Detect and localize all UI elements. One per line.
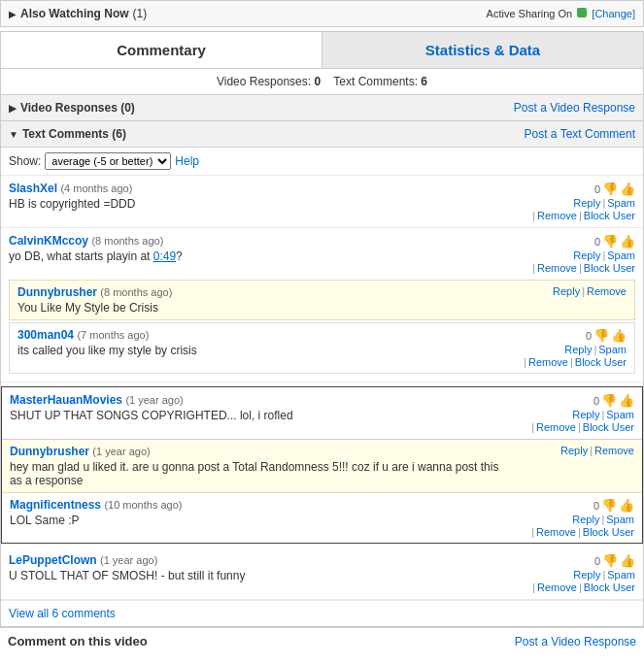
time-lepuppetclown: (1 year ago) bbox=[100, 554, 157, 566]
show-filter-bar: Show: average (-5 or better) all comment… bbox=[1, 148, 643, 176]
comment-calvinkm: CalvinKMccoy (8 months ago) yo DB, what … bbox=[1, 228, 643, 382]
tab-commentary[interactable]: Commentary bbox=[1, 32, 322, 68]
timestamp-link[interactable]: 0:49 bbox=[153, 249, 176, 263]
text-lepuppetclown: U STOLL THAT OF SMOSH! - but still it fu… bbox=[9, 569, 509, 582]
also-watching-count: (1) bbox=[133, 7, 148, 20]
video-responses-header: ▶ Video Responses (0) Post a Video Respo… bbox=[1, 95, 643, 121]
block-masterhauan[interactable]: Block User bbox=[583, 421, 634, 433]
help-link[interactable]: Help bbox=[175, 154, 199, 168]
nested-magnificentness: Magnificentness (10 months ago) LOL Same… bbox=[2, 493, 642, 543]
sharing-indicator bbox=[577, 8, 587, 17]
remove-dunnybrusher-2[interactable]: Remove bbox=[594, 445, 634, 456]
thumbup-slashxel[interactable]: 👍 bbox=[620, 182, 635, 196]
reply-magnificentness[interactable]: Reply bbox=[572, 514, 599, 525]
thumbdown-300man04[interactable]: 👎 bbox=[593, 328, 609, 343]
thumbup-lepuppetclown[interactable]: 👍 bbox=[620, 553, 635, 568]
view-all-link[interactable]: View all 6 comments bbox=[9, 607, 116, 620]
video-responses-title: Video Responses (0) bbox=[20, 101, 135, 115]
block-magnificentness[interactable]: Block User bbox=[583, 526, 634, 538]
nested-dunnybrusher-1: Dunnybrusher (8 months ago) You Like My … bbox=[9, 280, 635, 320]
thumbup-magnificentness[interactable]: 👍 bbox=[619, 498, 634, 513]
filter-select[interactable]: average (-5 or better) all comments best… bbox=[45, 152, 171, 170]
thumbup-calvinkm[interactable]: 👍 bbox=[620, 234, 635, 249]
time-magnificentness: (10 months ago) bbox=[104, 499, 182, 511]
spam-masterhauan[interactable]: Spam bbox=[606, 409, 634, 420]
user-lepuppetclown[interactable]: LePuppetClown bbox=[9, 553, 97, 567]
sharing-status: Active Sharing On [Change] bbox=[487, 8, 635, 19]
reply-dunnybrusher-2[interactable]: Reply bbox=[560, 445, 588, 456]
post-text-comment-link[interactable]: Post a Text Comment bbox=[525, 127, 636, 141]
user-dunnybrusher-1[interactable]: Dunnybrusher bbox=[17, 285, 97, 299]
spam-magnificentness[interactable]: Spam bbox=[606, 514, 634, 525]
text-comments-header: ▼ Text Comments (6) Post a Text Comment bbox=[1, 121, 643, 148]
remove-masterhauan[interactable]: Remove bbox=[536, 421, 576, 433]
spam-lepuppetclown[interactable]: Spam bbox=[607, 569, 635, 581]
comment-text-calvinkm: yo DB, what starts playin at 0:49? bbox=[9, 249, 509, 263]
time-masterhauan: (1 year ago) bbox=[125, 394, 183, 406]
remove-lepuppetclown[interactable]: Remove bbox=[537, 581, 577, 593]
user-300man04[interactable]: 300man04 bbox=[17, 328, 74, 342]
thumbdown-magnificentness[interactable]: 👎 bbox=[601, 498, 617, 513]
block-slashxel[interactable]: Block User bbox=[584, 210, 635, 221]
nested-dunnybrusher-2: Dunnybrusher (1 year ago) hey man glad u… bbox=[2, 440, 642, 493]
footer-post-video-response[interactable]: Post a Video Response bbox=[515, 635, 636, 648]
text-300man04: its called you like my style by crisis bbox=[17, 344, 500, 357]
reply-300man04[interactable]: Reply bbox=[564, 344, 592, 355]
also-watching-label: Also Watching Now bbox=[20, 7, 129, 20]
view-all-section: View all 6 comments bbox=[1, 600, 643, 626]
user-masterhauan[interactable]: MasterHauanMovies bbox=[10, 393, 122, 407]
reply-dunnybrusher-1[interactable]: Reply bbox=[553, 285, 580, 297]
comment-lepuppetclown: LePuppetClown (1 year ago) U STOLL THAT … bbox=[1, 548, 643, 600]
nested-300man04: 300man04 (7 months ago) its called you l… bbox=[9, 322, 635, 374]
text-magnificentness: LOL Same :P bbox=[10, 514, 508, 527]
post-video-response-link[interactable]: Post a Video Response bbox=[514, 101, 635, 115]
expand-icon[interactable]: ▶ bbox=[9, 9, 17, 19]
spam-slashxel[interactable]: Spam bbox=[607, 197, 635, 209]
comment-actions-slashxel: 0 👎 👍 bbox=[594, 182, 635, 196]
reply-slashxel[interactable]: Reply bbox=[573, 197, 600, 209]
comment-slashxel: SlashXel (4 months ago) HB is copyrighte… bbox=[1, 176, 643, 228]
outer-block-masterhauan: MasterHauanMovies (1 year ago) SHUT UP T… bbox=[1, 386, 643, 544]
thumbdown-lepuppetclown[interactable]: 👎 bbox=[602, 553, 618, 568]
block-calvinkm[interactable]: Block User bbox=[584, 262, 635, 274]
thumbdown-slashxel[interactable]: 👎 bbox=[602, 182, 618, 196]
time-dunnybrusher-2: (1 year ago) bbox=[92, 446, 150, 457]
also-watching-bar: ▶ Also Watching Now (1) Active Sharing O… bbox=[0, 0, 644, 27]
content-area: Video Responses: 0 Text Comments: 6 ▶ Vi… bbox=[0, 68, 644, 627]
text-masterhauan: SHUT UP THAT SONGS COPYRIGHTED... lol, i… bbox=[10, 409, 508, 422]
change-sharing-link[interactable]: [Change] bbox=[592, 8, 635, 19]
comment-time-calvinkm: (8 months ago) bbox=[91, 235, 163, 247]
text-dunnybrusher-2: hey man glad u liked it. are u gonna pos… bbox=[10, 460, 508, 487]
footer-bar: Comment on this video Post a Video Respo… bbox=[0, 627, 644, 654]
block-300man04[interactable]: Block User bbox=[575, 356, 627, 368]
thumbdown-masterhauan[interactable]: 👎 bbox=[601, 393, 617, 408]
text-comments-toggle[interactable]: ▼ bbox=[9, 129, 18, 140]
remove-slashxel[interactable]: Remove bbox=[537, 210, 577, 221]
video-responses-count: 0 bbox=[314, 75, 321, 88]
spam-calvinkm[interactable]: Spam bbox=[607, 249, 635, 261]
comment-time-slashxel: (4 months ago) bbox=[60, 183, 132, 194]
reply-calvinkm[interactable]: Reply bbox=[573, 249, 600, 261]
time-dunnybrusher-1: (8 months ago) bbox=[100, 286, 172, 298]
comment-user-calvinkm[interactable]: CalvinKMccoy bbox=[9, 234, 88, 248]
comment-user-slashxel[interactable]: SlashXel bbox=[9, 182, 57, 195]
remove-magnificentness[interactable]: Remove bbox=[536, 526, 576, 538]
block-lepuppetclown[interactable]: Block User bbox=[584, 581, 635, 593]
remove-dunnybrusher-1[interactable]: Remove bbox=[587, 285, 627, 297]
user-dunnybrusher-2[interactable]: Dunnybrusher bbox=[10, 445, 89, 458]
video-responses-toggle[interactable]: ▶ bbox=[9, 103, 17, 114]
tab-bar: Commentary Statistics & Data bbox=[0, 31, 644, 68]
comment-masterhauan: MasterHauanMovies (1 year ago) SHUT UP T… bbox=[2, 387, 642, 440]
tab-statistics[interactable]: Statistics & Data bbox=[322, 32, 643, 68]
spam-300man04[interactable]: Spam bbox=[598, 344, 627, 355]
thumbdown-calvinkm[interactable]: 👎 bbox=[602, 234, 618, 249]
thumbup-300man04[interactable]: 👍 bbox=[611, 328, 627, 343]
thumbup-masterhauan[interactable]: 👍 bbox=[619, 393, 634, 408]
remove-300man04[interactable]: Remove bbox=[528, 356, 568, 368]
reply-masterhauan[interactable]: Reply bbox=[572, 409, 599, 420]
reply-lepuppetclown[interactable]: Reply bbox=[573, 569, 600, 581]
remove-calvinkm[interactable]: Remove bbox=[537, 262, 577, 274]
user-magnificentness[interactable]: Magnificentness bbox=[10, 498, 101, 512]
summary-bar: Video Responses: 0 Text Comments: 6 bbox=[1, 69, 643, 95]
comment-text-slashxel: HB is copyrighted =DDD bbox=[9, 197, 509, 211]
